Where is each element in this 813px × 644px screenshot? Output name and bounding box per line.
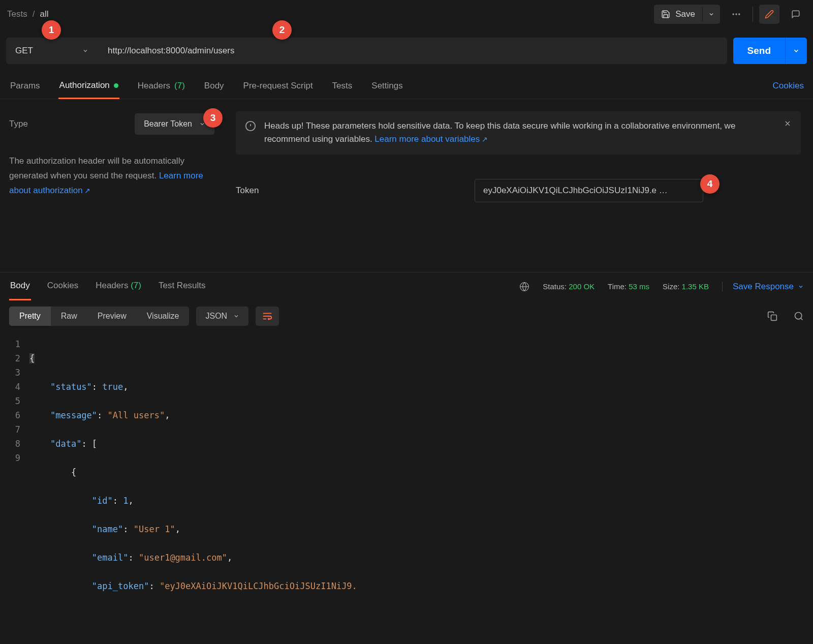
tab-settings[interactable]: Settings [370,73,403,99]
auth-type-label: Type [9,119,28,129]
response-tab-body[interactable]: Body [9,272,31,300]
view-pretty[interactable]: Pretty [9,306,51,326]
send-button[interactable]: Send [733,38,785,64]
close-icon [784,119,792,128]
copy-button[interactable] [767,311,777,321]
search-button[interactable] [794,311,804,321]
response-body[interactable]: 1 2 3 4 5 6 7 8 9 { "status": true, "mes… [0,332,813,606]
save-icon [661,10,670,19]
svg-point-0 [733,13,734,15]
annotation-badge-1: 1 [42,20,61,40]
auth-type-select[interactable]: Bearer Token [135,113,214,135]
url-input[interactable] [98,38,727,64]
code-content: { "status": true, "message": "All users"… [29,337,813,606]
tab-authorization[interactable]: Authorization [58,73,119,99]
svg-point-2 [738,13,740,15]
annotation-badge-4: 4 [700,174,720,194]
breadcrumb: Tests / all [7,9,48,19]
response-tab-cookies[interactable]: Cookies [46,272,79,300]
svg-rect-12 [771,315,777,321]
more-actions-button[interactable] [726,5,746,24]
copy-icon [767,311,777,321]
svg-point-1 [735,13,737,15]
close-banner-button[interactable] [784,119,792,128]
annotation-badge-3: 3 [203,108,223,128]
breadcrumb-root[interactable]: Tests [7,9,27,19]
method-select[interactable]: GET [6,38,98,64]
auth-type-value: Bearer Token [144,119,192,129]
line-gutter: 1 2 3 4 5 6 7 8 9 [5,337,29,606]
annotation-badge-2: 2 [272,20,292,40]
method-value: GET [15,46,33,56]
view-visualize[interactable]: Visualize [137,306,190,326]
pencil-icon [765,10,774,19]
size-meta: Size: 1.35 KB [663,282,709,291]
time-meta: Time: 53 ms [608,282,649,291]
view-preview[interactable]: Preview [87,306,137,326]
wrap-lines-button[interactable] [256,306,279,326]
svg-line-14 [801,318,803,320]
tab-headers[interactable]: Headers (7) [137,73,186,99]
svg-point-13 [795,313,802,319]
response-tab-test-results[interactable]: Test Results [158,272,207,300]
tab-tests[interactable]: Tests [331,73,354,99]
response-tab-headers[interactable]: Headers (7) [95,272,142,300]
chevron-down-icon [708,11,714,17]
divider [753,7,753,22]
chevron-down-icon [82,48,88,54]
breadcrumb-current: all [40,9,48,19]
token-label: Token [236,186,444,196]
edit-button[interactable] [759,5,779,24]
tab-params[interactable]: Params [9,73,41,99]
comments-button[interactable] [786,5,806,24]
view-raw[interactable]: Raw [51,306,87,326]
tab-prerequest[interactable]: Pre-request Script [242,73,314,99]
auth-description: The authorization header will be automat… [9,154,214,198]
status-meta: Status: 200 OK [543,282,595,291]
format-select[interactable]: JSON [196,306,248,326]
view-mode-switch: Pretty Raw Preview Visualize [9,306,189,326]
wrap-icon [262,311,273,322]
chevron-down-icon [233,313,239,319]
learn-more-variables-link[interactable]: Learn more about variables [374,134,488,144]
status-dot-icon [114,83,118,88]
search-icon [794,311,804,321]
token-input[interactable] [475,179,703,202]
comment-icon [791,10,800,19]
tab-body[interactable]: Body [203,73,225,99]
chevron-down-icon [793,47,800,54]
sensitive-data-banner: Heads up! These parameters hold sensitiv… [236,111,801,155]
send-dropdown[interactable] [785,38,807,64]
save-response-button[interactable]: Save Response [722,282,804,292]
globe-icon[interactable] [519,282,529,292]
breadcrumb-separator: / [33,9,35,19]
more-horizontal-icon [731,9,741,19]
save-dropdown[interactable] [702,7,720,22]
info-icon [245,120,256,132]
chevron-down-icon [798,284,804,290]
save-button[interactable]: Save [654,5,702,24]
cookies-link[interactable]: Cookies [773,81,804,91]
save-label: Save [675,9,695,19]
